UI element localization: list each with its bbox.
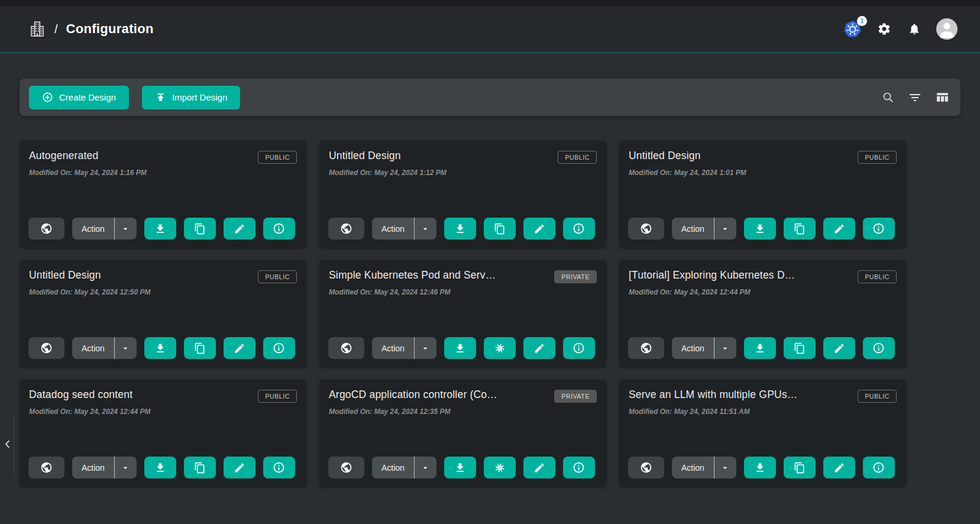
action-split-button[interactable]: Action [672,457,736,478]
info-button[interactable] [563,457,595,478]
info-button[interactable] [863,457,895,478]
edit-button[interactable] [224,218,255,240]
visibility-toggle-button[interactable] [28,218,64,240]
edit-button[interactable] [823,337,855,359]
action-dropdown-toggle[interactable] [415,218,436,240]
action-dropdown-toggle[interactable] [115,218,137,240]
action-dropdown-toggle[interactable] [115,337,137,359]
action-label[interactable]: Action [72,337,114,359]
clone-button[interactable] [184,337,216,359]
info-button[interactable] [563,337,595,359]
visibility-badge: PRIVATE [554,270,597,283]
action-split-button[interactable]: Action [672,337,736,359]
action-dropdown-toggle[interactable] [714,457,736,478]
action-split-button[interactable]: Action [372,457,436,478]
edit-button[interactable] [823,457,855,478]
download-button[interactable] [744,457,776,478]
download-button[interactable] [444,337,476,359]
download-button[interactable] [744,218,776,240]
drawer-collapse-button[interactable] [1,435,14,453]
table-view-icon [935,90,950,105]
edit-button[interactable] [823,218,855,240]
split-divider [714,457,714,478]
download-button[interactable] [144,337,176,359]
action-dropdown-toggle[interactable] [415,337,436,359]
action-dropdown-toggle[interactable] [714,337,736,359]
avatar[interactable] [936,18,958,40]
clone-button[interactable] [484,218,516,240]
clone-button[interactable] [484,457,516,478]
visibility-toggle-button[interactable] [628,218,664,240]
edit-button[interactable] [523,337,555,359]
info-button[interactable] [263,218,295,240]
info-button[interactable] [563,218,595,240]
info-button[interactable] [263,457,295,478]
edit-pencil-icon [234,462,245,474]
edit-button[interactable] [224,457,255,478]
settings-button[interactable] [876,21,892,37]
action-split-button[interactable]: Action [672,218,736,240]
action-dropdown-toggle[interactable] [115,457,137,478]
action-split-button[interactable]: Action [72,218,137,240]
card-action-row: Action [28,218,297,240]
info-icon [273,342,285,354]
visibility-toggle-button[interactable] [328,218,364,240]
action-label[interactable]: Action [672,457,714,478]
chevron-down-icon [421,344,430,353]
action-label[interactable]: Action [72,218,114,240]
building-icon[interactable] [28,20,46,38]
visibility-toggle-button[interactable] [28,337,64,359]
visibility-toggle-button[interactable] [628,337,664,359]
edit-button[interactable] [224,337,255,359]
clone-button[interactable] [184,457,216,478]
chevron-down-icon [720,463,730,473]
action-label[interactable]: Action [72,457,114,478]
create-design-button[interactable]: Create Design [29,86,129,109]
visibility-toggle-button[interactable] [328,337,364,359]
design-card: Untitled Design PUBLIC Modified On: May … [319,141,606,248]
action-label[interactable]: Action [372,218,414,240]
action-label[interactable]: Action [372,457,414,478]
visibility-toggle-button[interactable] [328,457,364,478]
action-split-button[interactable]: Action [72,457,137,478]
edit-button[interactable] [523,457,555,478]
clone-button[interactable] [784,218,816,240]
download-button[interactable] [444,218,476,240]
copy-icon [194,342,206,354]
clone-button[interactable] [784,457,816,478]
download-button[interactable] [744,337,776,359]
edit-button[interactable] [523,218,555,240]
context-count-badge: 1 [857,16,867,26]
download-button[interactable] [144,457,176,478]
action-split-button[interactable]: Action [372,218,436,240]
chevron-down-icon [720,344,730,353]
info-button[interactable] [863,218,895,240]
kubernetes-context-button[interactable]: 1 [843,20,862,38]
configuration-page: / Configuration [0,0,980,487]
search-button[interactable] [880,89,896,105]
visibility-badge: PUBLIC [258,390,297,403]
info-button[interactable] [863,337,895,359]
table-view-button[interactable] [934,89,951,106]
action-split-button[interactable]: Action [372,337,436,359]
design-card: [Tutorial] Exploring Kubernetes D… PUBLI… [619,260,906,367]
edit-pencil-icon [833,342,845,354]
action-label[interactable]: Action [372,337,414,359]
action-dropdown-toggle[interactable] [415,457,436,478]
info-button[interactable] [263,337,295,359]
visibility-toggle-button[interactable] [628,457,664,478]
notifications-button[interactable] [907,21,922,37]
clone-button[interactable] [484,337,516,359]
design-card: Untitled Design PUBLIC Modified On: May … [619,141,906,248]
download-button[interactable] [144,218,176,240]
clone-button[interactable] [784,337,816,359]
import-design-button[interactable]: Import Design [142,86,240,109]
action-label[interactable]: Action [672,337,714,359]
clone-button[interactable] [184,218,216,240]
download-button[interactable] [444,457,476,478]
filter-button[interactable] [907,89,923,106]
action-label[interactable]: Action [672,218,714,240]
visibility-toggle-button[interactable] [28,457,64,478]
action-dropdown-toggle[interactable] [714,218,736,240]
action-split-button[interactable]: Action [72,337,137,359]
